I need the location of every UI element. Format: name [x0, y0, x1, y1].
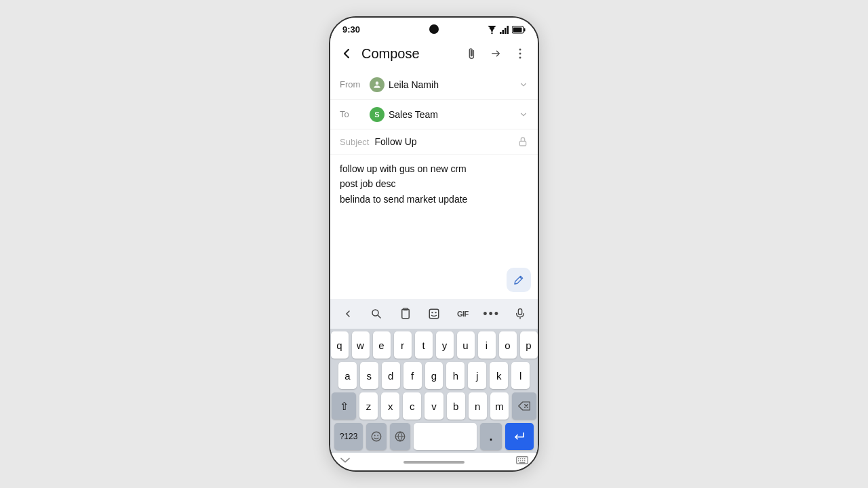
to-row[interactable]: To S Sales Team [330, 100, 538, 129]
key-k[interactable]: k [490, 362, 508, 389]
svg-point-21 [372, 432, 381, 441]
chevron-down-button[interactable] [340, 457, 351, 464]
compose-title: Compose [361, 46, 460, 62]
to-avatar: S [370, 107, 384, 122]
key-b[interactable]: b [447, 392, 465, 420]
status-bar: 9:30 [330, 18, 538, 37]
attach-button[interactable] [460, 43, 482, 64]
key-t[interactable]: t [415, 331, 433, 359]
key-n[interactable]: n [469, 392, 487, 420]
svg-rect-4 [507, 26, 509, 34]
key-l[interactable]: l [511, 362, 530, 389]
backspace-key[interactable] [512, 392, 536, 420]
to-value: S Sales Team [370, 107, 519, 122]
key-p[interactable]: p [520, 331, 538, 359]
pencil-icon [513, 274, 525, 286]
emoji-icon [370, 430, 382, 443]
keyboard-more-button[interactable]: ••• [481, 303, 502, 325]
keyboard-more-icon: ••• [483, 307, 500, 321]
send-button[interactable] [485, 43, 507, 64]
key-c[interactable]: c [403, 392, 421, 420]
keyboard[interactable]: q w e r t y u i o p a s d f g h j k l ⇧ … [330, 329, 538, 453]
status-time: 9:30 [342, 24, 360, 35]
key-z[interactable]: z [359, 392, 378, 420]
subject-row[interactable]: Subject Follow Up [330, 129, 538, 155]
numbers-key[interactable]: ?123 [334, 423, 363, 450]
keyboard-row-1: q w e r t y u i o p [332, 331, 536, 359]
shift-key[interactable]: ⇧ [332, 392, 356, 420]
from-value: Leila Namih [370, 77, 519, 92]
dot-key[interactable]: . [480, 423, 502, 450]
keyboard-sticker-button[interactable] [423, 303, 445, 325]
key-v[interactable]: v [425, 392, 443, 420]
key-w[interactable]: w [352, 331, 370, 359]
svg-rect-12 [519, 141, 526, 146]
wifi-icon [487, 26, 497, 34]
svg-point-0 [491, 32, 492, 33]
key-m[interactable]: m [490, 392, 509, 420]
from-avatar-icon [372, 80, 382, 89]
svg-rect-26 [518, 458, 519, 460]
svg-rect-34 [519, 462, 526, 464]
svg-rect-32 [522, 460, 524, 462]
svg-rect-19 [518, 309, 521, 315]
svg-rect-3 [505, 28, 507, 34]
keyboard-back-button[interactable] [337, 303, 359, 325]
enter-icon [513, 432, 526, 441]
key-q[interactable]: q [331, 331, 349, 359]
keyboard-search-button[interactable] [366, 303, 387, 325]
header-actions [460, 43, 531, 64]
back-button[interactable] [334, 41, 359, 66]
svg-rect-27 [520, 458, 521, 460]
svg-point-13 [372, 310, 378, 316]
key-u[interactable]: u [457, 331, 475, 359]
keyboard-icon [516, 455, 528, 465]
keyboard-mic-button[interactable] [509, 303, 531, 325]
key-e[interactable]: e [373, 331, 391, 359]
key-i[interactable]: i [478, 331, 496, 359]
svg-point-22 [374, 435, 376, 436]
key-j[interactable]: j [468, 362, 486, 389]
attach-icon [465, 47, 477, 60]
from-row[interactable]: From Leila Namih [330, 70, 538, 100]
svg-rect-6 [524, 28, 526, 31]
more-icon [519, 47, 521, 60]
backspace-icon [518, 401, 530, 411]
svg-rect-2 [502, 30, 505, 34]
keyboard-grid-button[interactable] [516, 455, 528, 465]
svg-rect-16 [429, 309, 439, 319]
key-x[interactable]: x [381, 392, 399, 420]
clipboard-icon [399, 308, 412, 320]
svg-rect-31 [520, 460, 521, 462]
key-a[interactable]: a [338, 362, 357, 389]
enter-key[interactable] [505, 423, 534, 450]
keyboard-clipboard-button[interactable] [395, 303, 416, 325]
key-s[interactable]: s [360, 362, 378, 389]
space-key[interactable] [414, 423, 477, 450]
edit-fab-button[interactable] [507, 268, 531, 292]
keyboard-gif-button[interactable]: GIF [452, 303, 473, 325]
more-button[interactable] [509, 43, 531, 64]
key-f[interactable]: f [403, 362, 422, 389]
send-icon [490, 47, 502, 60]
svg-rect-33 [524, 460, 526, 462]
from-avatar [370, 77, 384, 92]
phone-shell: 9:30 [329, 16, 539, 472]
svg-rect-1 [500, 32, 502, 34]
key-y[interactable]: y [436, 331, 454, 359]
key-g[interactable]: g [425, 362, 443, 389]
keyboard-row-3: ⇧ z x c v b n m [332, 392, 536, 420]
key-r[interactable]: r [394, 331, 412, 359]
emoji-key[interactable] [366, 423, 387, 450]
email-body[interactable]: follow up with gus on new crm post job d… [330, 155, 538, 299]
key-o[interactable]: o [499, 331, 517, 359]
nav-pill [403, 461, 465, 464]
svg-rect-29 [524, 458, 526, 460]
to-label: To [340, 109, 370, 119]
body-line1: follow up with gus on new crm [340, 161, 528, 176]
globe-key[interactable] [390, 423, 410, 450]
key-d[interactable]: d [382, 362, 400, 389]
body-line3: belinda to send market update [340, 192, 528, 207]
subject-value: Follow Up [374, 136, 517, 147]
key-h[interactable]: h [446, 362, 465, 389]
